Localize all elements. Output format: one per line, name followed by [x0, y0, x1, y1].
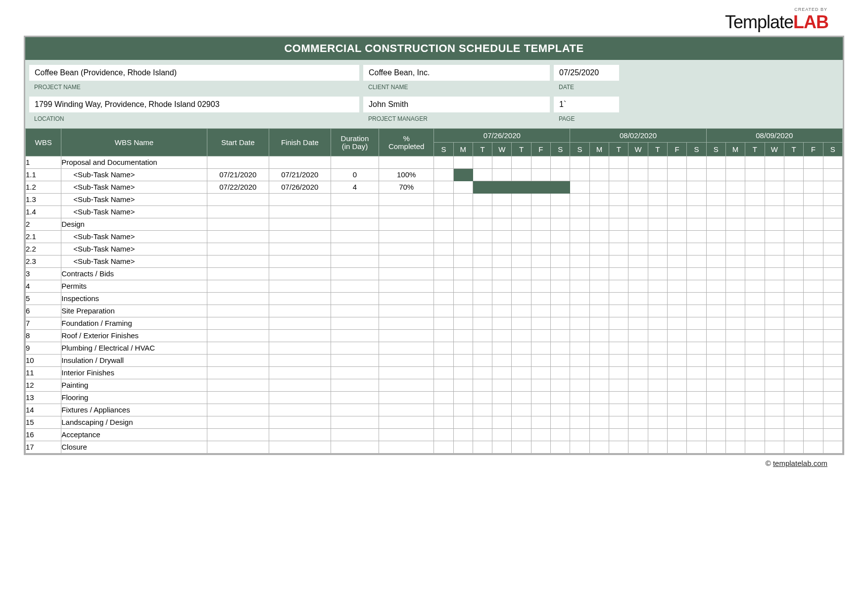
gantt-cell[interactable] [648, 355, 667, 367]
gantt-cell[interactable] [570, 256, 589, 268]
gantt-cell[interactable] [706, 218, 725, 231]
cell-duration[interactable] [331, 429, 379, 441]
cell-wbs-name[interactable]: Design [61, 218, 207, 231]
gantt-cell[interactable] [823, 367, 842, 379]
gantt-cell[interactable] [589, 330, 609, 342]
cell-finish-date[interactable] [269, 268, 331, 280]
gantt-cell[interactable] [453, 243, 473, 256]
gantt-cell[interactable] [804, 330, 823, 342]
gantt-cell[interactable] [668, 392, 687, 404]
gantt-cell[interactable] [512, 367, 531, 379]
gantt-cell[interactable] [765, 280, 784, 293]
cell-wbs[interactable]: 2.1 [26, 231, 61, 243]
gantt-cell[interactable] [628, 206, 648, 218]
gantt-cell[interactable] [531, 429, 550, 441]
cell-wbs-name[interactable]: Interior Finishes [61, 367, 207, 379]
gantt-cell[interactable] [765, 231, 784, 243]
gantt-cell[interactable] [628, 293, 648, 305]
cell-pct[interactable] [379, 330, 434, 342]
gantt-cell[interactable] [725, 169, 745, 181]
cell-duration[interactable] [331, 268, 379, 280]
gantt-cell[interactable] [745, 181, 765, 194]
gantt-cell[interactable] [512, 342, 531, 355]
cell-duration[interactable] [331, 404, 379, 416]
gantt-cell[interactable] [570, 268, 589, 280]
gantt-cell[interactable] [531, 156, 550, 169]
gantt-cell[interactable] [453, 367, 473, 379]
gantt-cell[interactable] [628, 355, 648, 367]
cell-duration[interactable] [331, 156, 379, 169]
gantt-cell[interactable] [453, 280, 473, 293]
gantt-cell[interactable] [648, 268, 667, 280]
gantt-cell[interactable] [589, 404, 609, 416]
gantt-cell[interactable] [453, 194, 473, 206]
gantt-cell[interactable] [473, 404, 492, 416]
gantt-cell[interactable] [784, 243, 803, 256]
gantt-cell[interactable] [687, 194, 706, 206]
gantt-cell[interactable] [531, 379, 550, 392]
gantt-cell[interactable] [531, 355, 550, 367]
cell-wbs[interactable]: 10 [26, 355, 61, 367]
cell-wbs[interactable]: 16 [26, 429, 61, 441]
gantt-cell[interactable] [453, 441, 473, 454]
gantt-cell[interactable] [804, 355, 823, 367]
gantt-cell[interactable] [453, 342, 473, 355]
gantt-cell[interactable] [648, 218, 667, 231]
gantt-cell[interactable] [434, 268, 453, 280]
gantt-cell[interactable] [648, 342, 667, 355]
gantt-cell[interactable] [473, 342, 492, 355]
gantt-cell[interactable] [668, 206, 687, 218]
gantt-cell[interactable] [668, 317, 687, 330]
cell-start-date[interactable] [207, 194, 269, 206]
gantt-cell[interactable] [473, 243, 492, 256]
gantt-cell[interactable] [492, 218, 512, 231]
gantt-cell[interactable] [804, 206, 823, 218]
gantt-cell[interactable] [589, 156, 609, 169]
gantt-cell[interactable] [492, 404, 512, 416]
gantt-cell[interactable] [473, 280, 492, 293]
gantt-cell[interactable] [492, 429, 512, 441]
cell-finish-date[interactable] [269, 305, 331, 317]
gantt-cell[interactable] [434, 429, 453, 441]
cell-finish-date[interactable] [269, 156, 331, 169]
gantt-cell[interactable] [453, 256, 473, 268]
gantt-cell[interactable] [551, 330, 570, 342]
gantt-cell[interactable] [473, 231, 492, 243]
gantt-cell[interactable] [687, 231, 706, 243]
gantt-cell[interactable] [453, 156, 473, 169]
gantt-cell[interactable] [706, 231, 725, 243]
cell-duration[interactable] [331, 342, 379, 355]
gantt-cell[interactable] [628, 268, 648, 280]
gantt-cell[interactable] [551, 317, 570, 330]
gantt-cell[interactable] [492, 280, 512, 293]
gantt-cell[interactable] [668, 429, 687, 441]
gantt-cell[interactable] [784, 367, 803, 379]
gantt-cell[interactable] [804, 194, 823, 206]
gantt-cell[interactable] [725, 243, 745, 256]
gantt-cell[interactable] [706, 181, 725, 194]
cell-wbs[interactable]: 15 [26, 416, 61, 429]
gantt-cell[interactable] [570, 218, 589, 231]
gantt-cell[interactable] [745, 317, 765, 330]
gantt-cell[interactable] [609, 330, 628, 342]
gantt-cell[interactable] [609, 392, 628, 404]
gantt-cell[interactable] [434, 441, 453, 454]
gantt-cell[interactable] [453, 355, 473, 367]
gantt-cell[interactable] [804, 280, 823, 293]
gantt-cell[interactable] [687, 379, 706, 392]
gantt-cell[interactable] [492, 169, 512, 181]
cell-finish-date[interactable] [269, 379, 331, 392]
cell-finish-date[interactable] [269, 330, 331, 342]
gantt-cell[interactable] [551, 293, 570, 305]
gantt-cell[interactable] [570, 206, 589, 218]
gantt-cell[interactable] [453, 218, 473, 231]
gantt-cell[interactable] [687, 169, 706, 181]
gantt-cell[interactable] [434, 416, 453, 429]
gantt-cell[interactable] [687, 218, 706, 231]
gantt-cell[interactable] [492, 305, 512, 317]
gantt-cell[interactable] [473, 429, 492, 441]
gantt-cell[interactable] [687, 429, 706, 441]
gantt-cell[interactable] [648, 305, 667, 317]
gantt-cell[interactable] [473, 392, 492, 404]
cell-duration[interactable] [331, 441, 379, 454]
